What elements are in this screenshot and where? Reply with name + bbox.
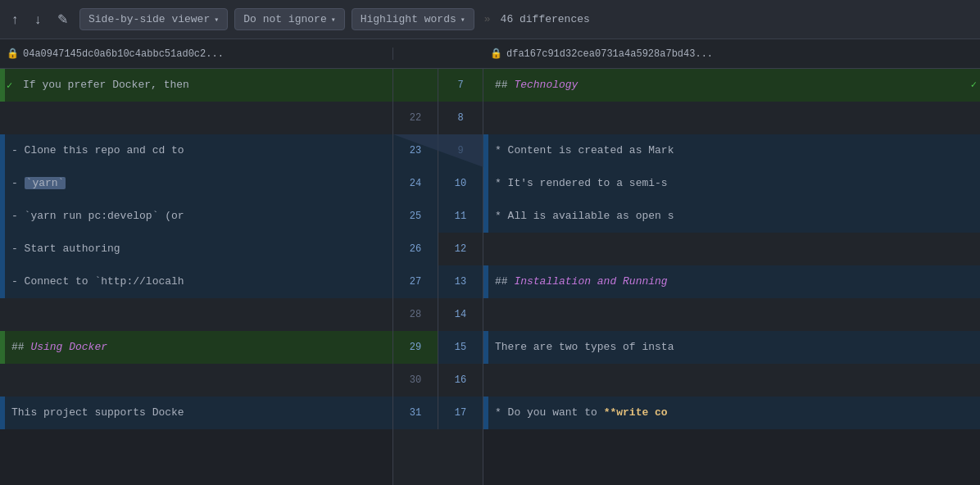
table-row: [483, 233, 980, 265]
diff-body: ✓ If you prefer Docker, then - Clone thi…: [0, 69, 980, 485]
left-code-line: If you prefer Docker, then: [5, 69, 392, 102]
toolbar: ↑ ↓ ✎ Side-by-side viewer ▾ Do not ignor…: [0, 0, 980, 39]
right-line-number: 13: [438, 265, 483, 298]
gutter-row: 27 13: [393, 265, 483, 298]
left-file-hash: 04a0947145dc0a6b10c4abbc51ad0c2...: [23, 48, 224, 60]
left-code-line: - Connect to `http://localh: [5, 265, 392, 298]
right-code-line: * Do you want to **write co: [488, 397, 980, 429]
right-line-number: 17: [438, 397, 483, 429]
bold-text: **write co: [604, 406, 668, 419]
table-row: This project supports Docke: [0, 397, 392, 429]
right-code-line: ## Installation and Running: [488, 265, 980, 298]
scroll-down-button[interactable]: ↓: [29, 9, 46, 30]
gutter-row: 30 16: [393, 364, 483, 397]
table-row: ## Installation and Running: [483, 265, 980, 298]
left-code-line: - Start authoring: [5, 233, 392, 265]
table-row: [0, 102, 392, 134]
right-code-line: [488, 298, 980, 331]
right-code-line: * It's rendered to a semi-s: [488, 167, 980, 200]
check-icon: ✓: [971, 78, 977, 93]
right-code-line: * Content is created as Mark: [488, 134, 980, 167]
gutter-row: 29 15: [393, 331, 483, 364]
viewer-chevron: ▾: [214, 15, 219, 25]
table-row: * It's rendered to a semi-s: [483, 167, 980, 200]
right-code-line: ✓ ## Technology: [488, 69, 980, 102]
table-row: ## Using Docker: [0, 331, 392, 364]
left-panel: ✓ If you prefer Docker, then - Clone thi…: [0, 69, 393, 485]
ignore-selector[interactable]: Do not ignore ▾: [234, 8, 344, 30]
left-file-header: 🔒 04a0947145dc0a6b10c4abbc51ad0c2...: [0, 48, 393, 60]
table-row: [483, 102, 980, 134]
right-code-line: [488, 102, 980, 134]
right-code-line: [488, 364, 980, 397]
left-line-number: 22: [393, 102, 438, 134]
right-line-number: 11: [438, 200, 483, 233]
highlight-chevron: ▾: [461, 15, 465, 25]
gutter-row: 25 11: [393, 200, 483, 233]
gutter-row: 31 17: [393, 397, 483, 429]
table-row: [0, 364, 392, 397]
left-line-number: 30: [393, 364, 438, 397]
table-row: - `yarn run pc:develop` (or: [0, 200, 392, 233]
gutter-row: 28 14: [393, 298, 483, 331]
left-code-line: [5, 364, 392, 397]
left-line-number: 23: [393, 134, 438, 167]
viewer-selector[interactable]: Side-by-side viewer ▾: [79, 8, 228, 30]
ignore-chevron: ▾: [331, 15, 336, 25]
gutter: 7 22 8 23 9 24 10: [393, 69, 483, 485]
table-row: - Start authoring: [0, 233, 392, 265]
diff-viewer: ↑ ↓ ✎ Side-by-side viewer ▾ Do not ignor…: [0, 0, 980, 485]
left-code-line: [5, 298, 392, 331]
file-headers: 🔒 04a0947145dc0a6b10c4abbc51ad0c2... 🔒 d…: [0, 39, 980, 69]
table-row: [483, 364, 980, 397]
right-code-line: There are two types of insta: [488, 331, 980, 364]
table-row: * Content is created as Mark: [483, 134, 980, 167]
scroll-up-button[interactable]: ↑: [7, 9, 23, 30]
right-line-number: 9: [438, 134, 483, 167]
table-row: [483, 298, 980, 331]
right-file-header: 🔒 dfa167c91d32cea0731a4a5928a7bd43...: [483, 48, 980, 60]
edit-button[interactable]: ✎: [52, 8, 73, 30]
gutter-row: 24 10: [393, 167, 483, 200]
left-line-number: 29: [393, 331, 438, 364]
left-lock-icon: 🔒: [7, 48, 19, 60]
heading-text: Technology: [514, 79, 578, 91]
highlight-selector[interactable]: Highlight words ▾: [352, 8, 474, 30]
left-code-line: - Clone this repo and cd to: [5, 134, 392, 167]
right-line-number: 8: [438, 102, 483, 134]
check-icon: ✓: [7, 79, 12, 92]
right-file-hash: dfa167c91d32cea0731a4a5928a7bd43...: [506, 48, 713, 60]
gutter-row: 22 8: [393, 102, 483, 134]
table-row: - Clone this repo and cd to: [0, 134, 392, 167]
ignore-label: Do not ignore: [243, 13, 326, 25]
gutter-row: 26 12: [393, 233, 483, 265]
left-code-line: ## Using Docker: [5, 331, 392, 364]
table-row: ✓ ## Technology: [483, 69, 980, 102]
right-line-number: 10: [438, 167, 483, 200]
left-code-line: [5, 102, 392, 134]
left-code-line: This project supports Docke: [5, 397, 392, 429]
left-line-number: [393, 69, 438, 102]
right-line-number: 16: [438, 364, 483, 397]
right-code-line: * All is available as open s: [488, 200, 980, 233]
left-code-line: - `yarn`: [5, 167, 392, 200]
right-code-line: [488, 233, 980, 265]
heading-text: Using Docker: [30, 341, 107, 353]
viewer-label: Side-by-side viewer: [88, 13, 210, 25]
left-line-number: 28: [393, 298, 438, 331]
right-line-number: 15: [438, 331, 483, 364]
table-row: * All is available as open s: [483, 200, 980, 233]
left-line-number: 25: [393, 200, 438, 233]
gutter-row: 7: [393, 69, 483, 102]
toolbar-separator: »: [484, 13, 491, 25]
highlight-label: Highlight words: [361, 13, 456, 25]
left-code-line: - `yarn run pc:develop` (or: [5, 200, 392, 233]
left-line-number: 26: [393, 233, 438, 265]
left-line-number: 27: [393, 265, 438, 298]
table-row: ✓ If you prefer Docker, then: [0, 69, 392, 102]
right-line-number: 14: [438, 298, 483, 331]
gutter-row: 23 9: [393, 134, 483, 167]
right-line-number: 7: [438, 69, 483, 102]
left-line-number: 31: [393, 397, 438, 429]
table-row: There are two types of insta: [483, 331, 980, 364]
